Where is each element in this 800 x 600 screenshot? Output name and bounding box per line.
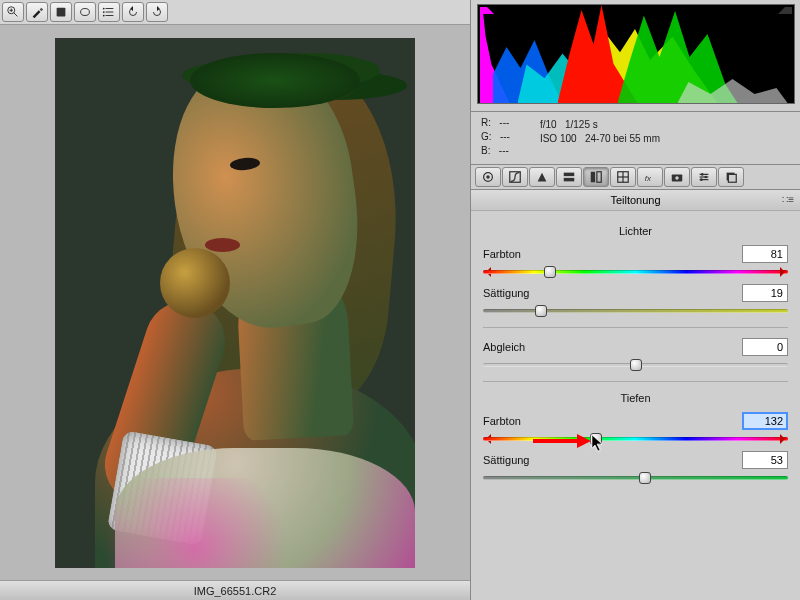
slider-thumb[interactable] bbox=[639, 472, 651, 484]
tab-curves-icon[interactable] bbox=[502, 167, 528, 187]
rotate-ccw-button[interactable] bbox=[122, 2, 144, 22]
filename-label: IMG_66551.CR2 bbox=[194, 585, 277, 597]
panel-title-bar: Teiltonung ∷≡ bbox=[471, 190, 800, 211]
svg-rect-17 bbox=[591, 172, 595, 183]
tab-calibration-icon[interactable] bbox=[664, 167, 690, 187]
svg-rect-4 bbox=[57, 8, 66, 17]
svg-point-30 bbox=[700, 178, 703, 181]
highlights-heading: Lichter bbox=[483, 225, 788, 237]
svg-point-24 bbox=[675, 176, 679, 180]
hue-label: Farbton bbox=[483, 248, 521, 260]
highlights-sat-input[interactable] bbox=[742, 284, 788, 302]
slider-thumb[interactable] bbox=[590, 433, 602, 445]
slider-thumb[interactable] bbox=[544, 266, 556, 278]
adjustments-panel: R: --- G: --- B: --- f/10 1/125 s ISO 10… bbox=[470, 0, 800, 600]
svg-point-9 bbox=[103, 8, 105, 10]
highlights-hue-slider[interactable] bbox=[483, 266, 788, 278]
ellipse-tool[interactable] bbox=[74, 2, 96, 22]
histogram-box bbox=[471, 0, 800, 112]
slider-end-icon bbox=[780, 267, 790, 277]
fill-tool[interactable] bbox=[50, 2, 72, 22]
svg-point-13 bbox=[486, 175, 490, 179]
rotate-cw-button[interactable] bbox=[146, 2, 168, 22]
tab-split-toning-icon[interactable] bbox=[583, 167, 609, 187]
balance-label: Abgleich bbox=[483, 341, 525, 353]
exif-info-row: R: --- G: --- B: --- f/10 1/125 s ISO 10… bbox=[471, 112, 800, 165]
slider-end-icon bbox=[780, 434, 790, 444]
left-toolbar bbox=[0, 0, 470, 25]
panel-title: Teiltonung bbox=[610, 194, 660, 206]
svg-point-28 bbox=[701, 173, 704, 176]
preview-panel: IMG_66551.CR2 bbox=[0, 0, 470, 600]
highlights-sat-control: Sättigung bbox=[483, 284, 788, 317]
sat-label: Sättigung bbox=[483, 454, 529, 466]
tab-hsl-icon[interactable] bbox=[556, 167, 582, 187]
slider-thumb[interactable] bbox=[535, 305, 547, 317]
shadows-hue-control: Farbton bbox=[483, 412, 788, 445]
svg-line-1 bbox=[14, 13, 18, 17]
tab-effects-icon[interactable]: fx bbox=[637, 167, 663, 187]
svg-point-5 bbox=[81, 9, 90, 16]
panel-menu-icon[interactable]: ∷≡ bbox=[782, 194, 794, 205]
slider-thumb[interactable] bbox=[630, 359, 642, 371]
divider bbox=[483, 381, 788, 382]
tab-snapshots-icon[interactable] bbox=[718, 167, 744, 187]
preview-image bbox=[55, 38, 415, 568]
shadows-sat-slider[interactable] bbox=[483, 472, 788, 484]
shadows-sat-input[interactable] bbox=[742, 451, 788, 469]
svg-text:fx: fx bbox=[645, 174, 652, 183]
hue-label: Farbton bbox=[483, 415, 521, 427]
balance-slider[interactable] bbox=[483, 359, 788, 371]
brush-tool[interactable] bbox=[26, 2, 48, 22]
svg-point-10 bbox=[103, 11, 105, 13]
highlights-hue-control: Farbton bbox=[483, 245, 788, 278]
filename-bar: IMG_66551.CR2 bbox=[0, 580, 470, 600]
svg-point-29 bbox=[704, 176, 707, 179]
tab-detail-icon[interactable] bbox=[529, 167, 555, 187]
sat-label: Sättigung bbox=[483, 287, 529, 299]
image-preview-area[interactable] bbox=[0, 25, 470, 580]
highlights-sat-slider[interactable] bbox=[483, 305, 788, 317]
highlight-clip-warning-icon[interactable] bbox=[778, 7, 792, 14]
list-tool[interactable] bbox=[98, 2, 120, 22]
panel-tab-strip: fx bbox=[471, 165, 800, 190]
svg-rect-18 bbox=[597, 172, 601, 183]
balance-input[interactable] bbox=[742, 338, 788, 356]
highlights-hue-input[interactable] bbox=[742, 245, 788, 263]
svg-rect-16 bbox=[564, 178, 575, 182]
tab-lens-icon[interactable] bbox=[610, 167, 636, 187]
shadows-hue-input[interactable] bbox=[742, 412, 788, 430]
svg-point-11 bbox=[103, 15, 105, 17]
balance-control: Abgleich bbox=[483, 338, 788, 371]
shadows-sat-control: Sättigung bbox=[483, 451, 788, 484]
split-toning-panel: Lichter Farbton Sättigung bbox=[471, 211, 800, 600]
divider bbox=[483, 327, 788, 328]
histogram[interactable] bbox=[477, 4, 795, 104]
shadows-hue-slider[interactable] bbox=[483, 433, 788, 445]
tab-basic-icon[interactable] bbox=[475, 167, 501, 187]
shadows-heading: Tiefen bbox=[483, 392, 788, 404]
tab-presets-icon[interactable] bbox=[691, 167, 717, 187]
zoom-tool[interactable] bbox=[2, 2, 24, 22]
svg-rect-32 bbox=[728, 174, 736, 182]
svg-rect-15 bbox=[564, 173, 575, 177]
